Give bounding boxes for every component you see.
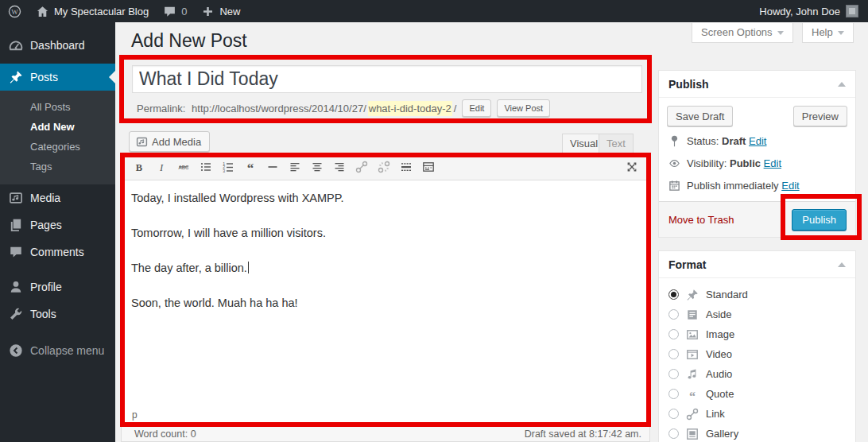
sidebar-item-comments[interactable]: Comments	[0, 238, 115, 266]
permalink-base-url: http://localhost/wordpress/2014/10/27/	[192, 103, 366, 114]
pushpin-icon	[686, 289, 699, 301]
italic-button[interactable]: I	[153, 159, 170, 175]
edit-permalink-button[interactable]: Edit	[462, 99, 491, 117]
horizontal-rule-button[interactable]	[264, 159, 281, 175]
format-radio-image[interactable]	[668, 329, 679, 339]
edit-visibility-link[interactable]: Edit	[764, 157, 781, 169]
view-post-button[interactable]: View Post	[497, 99, 550, 117]
bullet-list-button[interactable]	[197, 159, 215, 175]
collapse-panel-icon[interactable]	[838, 82, 846, 87]
sidebar-item-pages[interactable]: Pages	[0, 211, 115, 238]
new-content-menu[interactable]: New	[194, 0, 247, 22]
format-radio-quote[interactable]	[668, 389, 679, 399]
comment-count: 0	[181, 6, 187, 17]
post-editor: BIABC123“ Today, I installed Wordpress w…	[121, 153, 650, 442]
profile-icon	[9, 280, 23, 294]
bold-icon: B	[133, 161, 145, 173]
main-content: Add New Post Screen Options Help Permali…	[115, 22, 868, 442]
toolbar-toggle-button[interactable]	[420, 159, 437, 175]
gallery-icon	[686, 428, 699, 440]
comment-bubble-icon	[163, 5, 176, 18]
comments-shortcut[interactable]: 0	[156, 0, 194, 22]
visibility-label: Visibility:	[687, 157, 727, 169]
collapse-panel-icon[interactable]	[838, 262, 846, 267]
publish-actions: Save Draft Preview	[659, 98, 855, 130]
sidebar-subitem-categories[interactable]: Categories	[0, 137, 115, 157]
more-tag-button[interactable]	[397, 159, 415, 175]
blockquote-button[interactable]: “	[242, 159, 259, 175]
permalink-slug[interactable]: what-i-did-today-2	[368, 101, 452, 116]
admin-bar-left: W My Spectacular Blog 0 New	[0, 0, 247, 22]
sidebar-item-tools[interactable]: Tools	[0, 300, 115, 328]
edit-schedule-link[interactable]: Edit	[781, 180, 799, 192]
align-center-button[interactable]	[308, 159, 326, 175]
site-name-link[interactable]: My Spectacular Blog	[29, 0, 156, 22]
format-option-standard[interactable]: Standard	[659, 285, 855, 304]
format-option-image[interactable]: Image	[659, 324, 855, 344]
calendar-icon	[668, 180, 680, 192]
new-label: New	[219, 6, 240, 17]
sidebar-item-media[interactable]: Media	[0, 184, 115, 211]
save-draft-button[interactable]: Save Draft	[667, 106, 733, 126]
sidebar-item-dashboard[interactable]: Dashboard	[0, 32, 115, 59]
align-left-button[interactable]	[286, 159, 304, 175]
screen-options-label: Screen Options	[701, 23, 773, 42]
help-label: Help	[812, 23, 833, 42]
tab-text[interactable]: Text	[599, 134, 634, 153]
post-title-input[interactable]	[132, 65, 642, 93]
format-option-gallery[interactable]: Gallery	[659, 424, 855, 442]
add-media-button[interactable]: Add Media	[129, 131, 210, 152]
chevron-down-icon	[777, 31, 784, 35]
sidebar-item-label: Comments	[30, 246, 84, 258]
link-button[interactable]	[353, 159, 370, 175]
format-radio-standard[interactable]	[668, 289, 679, 300]
sidebar-subitem-add-new[interactable]: Add New	[0, 117, 115, 137]
sidebar-item-collapse-menu[interactable]: Collapse menu	[0, 337, 115, 364]
format-option-label: Audio	[706, 368, 732, 380]
sidebar-subitem-all-posts[interactable]: All Posts	[0, 97, 115, 117]
help-tab[interactable]: Help	[802, 23, 854, 43]
posts-submenu: All PostsAdd NewCategoriesTags	[0, 91, 115, 184]
editor-paragraph: The day after, a billion.	[131, 260, 640, 276]
sidebar-subitem-tags[interactable]: Tags	[0, 157, 115, 176]
format-options: StandardAsideImageVideoAudio“QuoteLinkGa…	[659, 278, 855, 442]
format-radio-gallery[interactable]	[668, 428, 679, 439]
sidebar-item-label: Posts	[30, 71, 58, 83]
format-option-video[interactable]: Video	[659, 344, 855, 364]
format-panel-header[interactable]: Format	[659, 251, 855, 278]
edit-status-link[interactable]: Edit	[749, 135, 766, 147]
schedule-label: Publish immediately	[687, 180, 779, 192]
move-to-trash-link[interactable]: Move to Trash	[668, 214, 734, 226]
svg-text:“: “	[247, 161, 254, 173]
publish-panel-header[interactable]: Publish	[659, 71, 855, 98]
format-radio-aside[interactable]	[668, 309, 679, 320]
format-radio-video[interactable]	[668, 349, 679, 359]
format-radio-audio[interactable]	[668, 369, 679, 379]
format-option-link[interactable]: Link	[659, 404, 855, 424]
admin-bar-account[interactable]: Howdy, John Doe	[759, 5, 868, 17]
bold-button[interactable]: B	[130, 159, 148, 175]
format-option-aside[interactable]: Aside	[659, 304, 855, 324]
unlink-button[interactable]	[375, 159, 393, 175]
numbered-list-button[interactable]: 123	[219, 159, 237, 175]
fullscreen-button[interactable]	[623, 159, 641, 175]
sidebar-item-profile[interactable]: Profile	[0, 273, 115, 300]
publish-panel-footer: Move to Trash Publish	[659, 201, 855, 237]
blockquote-icon: “	[244, 161, 257, 173]
align-right-button[interactable]	[331, 159, 348, 175]
word-count: Word count: 0	[134, 428, 196, 440]
format-radio-link[interactable]	[668, 409, 679, 419]
strikethrough-button[interactable]: ABC	[175, 159, 192, 175]
format-option-label: Standard	[706, 289, 748, 300]
screen-options-tab[interactable]: Screen Options	[692, 23, 793, 43]
preview-button[interactable]: Preview	[793, 106, 847, 126]
wordpress-admin-add-new-post: W My Spectacular Blog 0 New Howdy, John …	[0, 0, 868, 442]
text-cursor	[248, 262, 249, 273]
wordpress-menu[interactable]: W	[0, 0, 29, 22]
format-option-quote[interactable]: “Quote	[659, 384, 855, 404]
format-option-audio[interactable]: Audio	[659, 364, 855, 384]
editor-content[interactable]: Today, I installed Wordpress with XAMPP.…	[122, 180, 649, 311]
publish-button[interactable]: Publish	[792, 209, 847, 231]
sidebar-item-posts[interactable]: Posts	[0, 64, 115, 91]
svg-text:W: W	[11, 7, 18, 15]
